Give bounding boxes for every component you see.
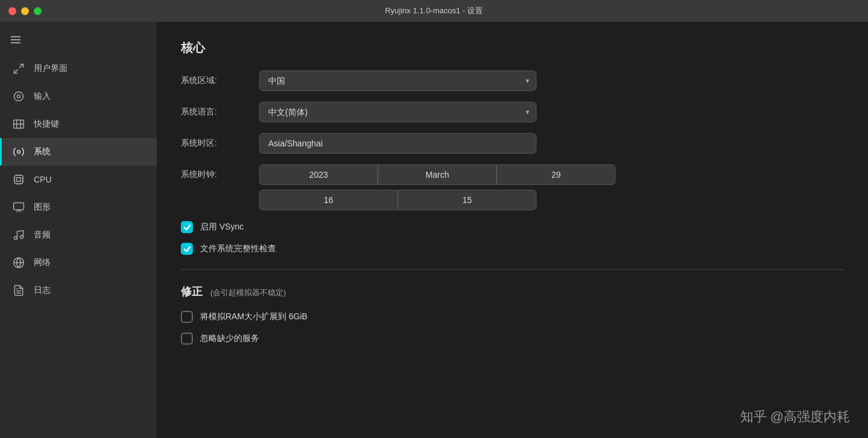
timezone-input[interactable] [259, 133, 536, 154]
sidebar: 用户界面 输入 快捷键 系统 CPU [0, 22, 157, 438]
minimize-button[interactable] [21, 7, 29, 15]
clock-date-segments [259, 164, 536, 185]
svg-line-3 [20, 64, 24, 68]
clock-row: 系统时钟: [181, 164, 844, 185]
hotkeys-icon [12, 117, 25, 131]
sidebar-item-network[interactable]: 网络 [0, 249, 157, 277]
svg-line-4 [14, 70, 18, 74]
close-button[interactable] [8, 7, 16, 15]
svg-point-11 [17, 151, 20, 154]
input-icon [12, 90, 25, 103]
vsync-checkbox[interactable] [181, 221, 193, 233]
svg-rect-13 [17, 178, 21, 182]
clock-date-control [259, 164, 536, 185]
core-section-title: 核心 [181, 40, 844, 56]
ram-label: 将模拟RAM大小扩展到 6GiB [200, 311, 307, 322]
filesystem-row: 文件系统完整性检查 [181, 243, 844, 255]
sidebar-label-graphics: 图形 [34, 202, 51, 213]
cpu-icon [12, 173, 25, 186]
clock-label: 系统时钟: [181, 169, 259, 180]
svg-point-6 [17, 95, 20, 98]
filesystem-label: 文件系统完整性检查 [200, 243, 276, 254]
vsync-row: 启用 VSync [181, 221, 844, 233]
svg-point-5 [14, 92, 24, 101]
graphics-icon [12, 201, 25, 214]
system-icon [12, 145, 25, 158]
sidebar-label-system: 系统 [34, 146, 51, 157]
clock-minute-input[interactable] [398, 190, 536, 210]
network-icon [12, 256, 25, 269]
filesystem-checkbox[interactable] [181, 243, 193, 255]
sidebar-label-log: 日志 [34, 285, 51, 296]
sidebar-label-hotkeys: 快捷键 [34, 119, 59, 130]
titlebar: Ryujinx 1.1.0-macos1 - 设置 [0, 0, 868, 22]
sidebar-label-ui: 用户界面 [34, 63, 68, 74]
vsync-label: 启用 VSync [200, 222, 244, 233]
sidebar-item-hotkeys[interactable]: 快捷键 [0, 110, 157, 138]
timezone-control [259, 133, 536, 154]
language-label: 系统语言: [181, 107, 259, 117]
time-row-container [181, 190, 844, 210]
svg-point-24 [20, 236, 24, 239]
fix-section-title: 修正 (会引起模拟器不稳定) [181, 284, 844, 299]
missing-services-checkbox[interactable] [181, 333, 193, 345]
sidebar-item-audio[interactable]: 音频 [0, 221, 157, 249]
sidebar-label-input: 输入 [34, 91, 51, 102]
sidebar-item-cpu[interactable]: CPU [0, 166, 157, 193]
region-select-wrapper: 中国 美国 欧洲 日本 ▾ [259, 70, 536, 91]
window-controls [8, 7, 42, 15]
region-label: 系统区域: [181, 75, 259, 86]
clock-month-input[interactable] [378, 164, 497, 185]
sidebar-label-network: 网络 [34, 257, 51, 268]
sidebar-item-input[interactable]: 输入 [0, 83, 157, 110]
language-control: 中文(简体) 中文(繁體) English 日本語 ▾ [259, 102, 536, 122]
ram-checkbox[interactable] [181, 311, 193, 323]
sidebar-item-system[interactable]: 系统 [0, 138, 157, 166]
main-container: 用户界面 输入 快捷键 系统 CPU [0, 22, 868, 438]
fix-warning-text: (会引起模拟器不稳定) [210, 288, 286, 297]
menu-toggle-button[interactable] [0, 28, 157, 55]
language-row: 系统语言: 中文(简体) 中文(繁體) English 日本語 ▾ [181, 102, 844, 122]
clock-time-control [259, 190, 536, 210]
language-select[interactable]: 中文(简体) 中文(繁體) English 日本語 [259, 102, 536, 122]
window-title: Ryujinx 1.1.0-macos1 - 设置 [385, 5, 483, 16]
audio-icon [12, 228, 25, 242]
sidebar-item-ui[interactable]: 用户界面 [0, 55, 157, 83]
sidebar-label-audio: 音频 [34, 230, 51, 240]
missing-services-row: 忽略缺少的服务 [181, 333, 844, 345]
svg-point-23 [14, 237, 17, 240]
timezone-row: 系统时区: [181, 133, 844, 154]
clock-year-input[interactable] [259, 164, 378, 185]
watermark: 知乎 @高强度内耗 [740, 408, 850, 426]
clock-hour-input[interactable] [259, 190, 398, 210]
log-icon [12, 284, 25, 297]
timezone-label: 系统时区: [181, 138, 259, 149]
sidebar-item-log[interactable]: 日志 [0, 277, 157, 304]
svg-rect-12 [14, 175, 22, 183]
maximize-button[interactable] [34, 7, 42, 15]
ram-row: 将模拟RAM大小扩展到 6GiB [181, 311, 844, 323]
section-divider [181, 269, 844, 270]
sidebar-item-graphics[interactable]: 图形 [0, 193, 157, 221]
svg-rect-22 [14, 203, 24, 210]
clock-day-input[interactable] [497, 164, 615, 185]
ui-icon [12, 62, 25, 75]
content-area: 核心 系统区域: 中国 美国 欧洲 日本 ▾ 系统语言: [157, 22, 868, 438]
hamburger-icon [10, 34, 22, 49]
fix-title-text: 修正 [181, 286, 203, 298]
missing-services-label: 忽略缺少的服务 [200, 333, 259, 344]
region-control: 中国 美国 欧洲 日本 ▾ [259, 70, 536, 91]
region-select[interactable]: 中国 美国 欧洲 日本 [259, 70, 536, 91]
sidebar-label-cpu: CPU [34, 175, 52, 184]
clock-time-segments [259, 190, 536, 210]
region-row: 系统区域: 中国 美国 欧洲 日本 ▾ [181, 70, 844, 91]
language-select-wrapper: 中文(简体) 中文(繁體) English 日本語 ▾ [259, 102, 536, 122]
